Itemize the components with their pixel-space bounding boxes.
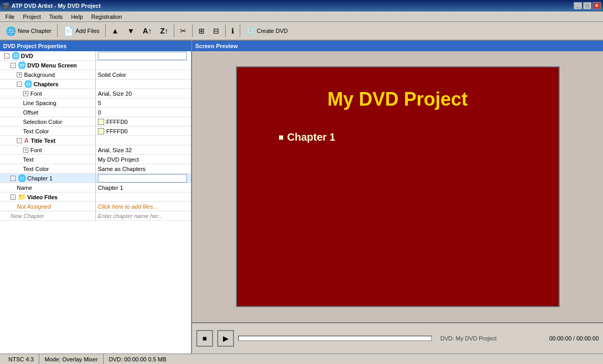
toolbar-sep-5 — [225, 25, 226, 37]
expand-title-font[interactable]: + — [23, 147, 28, 153]
tree-row-title-font[interactable]: + Font Arial, Size 32 — [0, 145, 191, 155]
add-files-icon: 📄 — [63, 26, 74, 36]
cut-button[interactable]: ✂ — [176, 24, 190, 38]
video-files-icon: 📁 — [18, 193, 26, 201]
toolbar-sep-4 — [192, 25, 193, 37]
title-font-value: Arial, Size 32 — [98, 147, 132, 153]
tree-cell-chapters-font-right: Arial, Size 20 — [96, 89, 191, 98]
tree-row-selection-color[interactable]: Selection Color FFFFD0 — [0, 117, 191, 127]
menu-file[interactable]: File — [1, 13, 19, 21]
info-button[interactable]: ℹ — [228, 24, 238, 38]
panel-header-label: DVD Project Properties — [3, 43, 66, 49]
toolbar-sep-2 — [105, 25, 106, 37]
text-color-swatch — [98, 128, 104, 134]
outdent-button[interactable]: ⊟ — [209, 24, 223, 38]
tree-cell-na-right[interactable]: Click here to add files... — [96, 202, 191, 211]
status-ntsc: NTSC 4:3 — [3, 354, 39, 364]
indent-icon: ⊞ — [198, 27, 205, 35]
move-down-icon: ▼ — [127, 27, 135, 35]
move-up-button[interactable]: ▲ — [108, 24, 122, 38]
tree-row-chapters[interactable]: - 🌐 Chapters — [0, 79, 191, 89]
indent-button[interactable]: ⊞ — [195, 24, 208, 38]
move-down-button[interactable]: ▼ — [124, 24, 138, 38]
tree-cell-dvd-left: - 🌐 DVD — [0, 51, 96, 60]
tree-row-not-assigned[interactable]: Not Assigned Click here to add files... — [0, 202, 191, 211]
title-text-label: Title Text — [31, 138, 55, 144]
expand-video-files[interactable]: - — [10, 195, 16, 200]
tree-row-new-chapter[interactable]: New Chapter Enter chapter name her... — [0, 211, 191, 221]
close-button[interactable]: ✕ — [593, 2, 601, 9]
minimize-button[interactable]: _ — [574, 2, 582, 9]
time-display: 00:00:00 / 00:00:00 — [549, 335, 599, 342]
expand-background[interactable]: + — [17, 72, 22, 77]
maximize-button[interactable]: □ — [583, 2, 591, 9]
expand-dvd[interactable]: - — [4, 53, 9, 59]
add-files-button[interactable]: 📄 Add Files — [60, 24, 103, 38]
create-dvd-button[interactable]: 💿 Create DVD — [242, 24, 291, 38]
title-text-color-value: Same as Chapters — [98, 166, 146, 172]
tree-row-name[interactable]: Name Chapter 1 — [0, 183, 191, 192]
move-up-icon: ▲ — [111, 27, 119, 35]
tree-cell-name-right: Chapter 1 — [96, 183, 191, 192]
tree-row-offset[interactable]: Offset 0 — [0, 108, 191, 117]
window-title: ATP DVD Artist - My DVD Project — [12, 3, 100, 9]
tree-cell-tf-right: Arial, Size 32 — [96, 145, 191, 154]
tree-row-text-color[interactable]: Text Color FFFFD0 — [0, 127, 191, 136]
tree-row-dvd-menu[interactable]: - 🌐 DVD Menu Screen — [0, 61, 191, 70]
background-label: Background — [24, 72, 55, 78]
expand-chapters[interactable]: - — [17, 82, 22, 87]
tree-row-video-files[interactable]: - 📁 Video Files — [0, 192, 191, 202]
new-chapter-button[interactable]: 🌐 New Chapter — [2, 24, 55, 38]
tree-cell-offset-left: Offset — [0, 108, 96, 117]
props-table[interactable]: - 🌐 DVD - 🌐 DVD Menu Screen — [0, 51, 191, 354]
status-mode: Mode: Overlay Mixer — [39, 354, 103, 364]
new-chapter-placeholder-label: New Chapter — [10, 213, 44, 219]
tree-cell-tt-right — [96, 136, 191, 145]
menu-tools[interactable]: Tools — [45, 13, 67, 21]
dvd-project-title: My DVD Project — [269, 88, 527, 110]
chapter-list: Chapter 1 — [269, 131, 336, 143]
text-color-label: Text Color — [23, 128, 49, 134]
menu-registration[interactable]: Registration — [87, 13, 126, 21]
play-icon: ▶ — [223, 334, 229, 343]
menu-help[interactable]: Help — [67, 13, 87, 21]
tree-row-chapter1[interactable]: - 🌐 Chapter 1 — [0, 174, 191, 183]
toolbar-sep-6 — [240, 25, 240, 37]
progress-bar[interactable] — [238, 336, 432, 341]
expand-chapters-font[interactable]: + — [23, 91, 28, 96]
mode-label: Mode: Overlay Mixer — [44, 356, 97, 362]
sort-az-button[interactable]: A↑ — [139, 24, 155, 38]
tree-row-chapters-font[interactable]: + Font Arial, Size 20 — [0, 89, 191, 98]
line-spacing-value: 5 — [98, 100, 101, 106]
tree-row-background[interactable]: + Background Solid Color — [0, 70, 191, 79]
toolbar: 🌐 New Chapter 📄 Add Files ▲ ▼ A↑ Z↑ ✂ ⊞ … — [0, 22, 603, 41]
title-text-icon: A — [24, 137, 29, 144]
tree-cell-nc-right[interactable]: Enter chapter name her... — [96, 211, 191, 220]
tree-row-dvd[interactable]: - 🌐 DVD — [0, 51, 191, 61]
tree-cell-text-left: Text — [0, 155, 96, 164]
new-chapter-placeholder-value: Enter chapter name her... — [98, 213, 163, 219]
selection-color-value: FFFFD0 — [106, 119, 128, 125]
play-button[interactable]: ▶ — [217, 330, 234, 347]
tree-cell-sc-right: FFFFD0 — [96, 117, 191, 126]
dvd-screen: My DVD Project Chapter 1 — [236, 66, 560, 307]
dvd-name-input[interactable] — [98, 52, 187, 60]
expand-title-text[interactable]: - — [17, 138, 22, 143]
add-files-link[interactable]: Click here to add files... — [98, 203, 158, 210]
expand-chapter1[interactable]: - — [10, 176, 16, 181]
tree-cell-ls-left: Line Spacing — [0, 98, 96, 107]
expand-dvd-menu[interactable]: - — [10, 63, 16, 68]
tree-cell-ttc-right: Same as Chapters — [96, 164, 191, 173]
title-bar-left: 🎬 ATP DVD Artist - My DVD Project — [2, 3, 100, 9]
sort-za-button[interactable]: Z↑ — [157, 24, 172, 38]
tree-row-title-text-color[interactable]: Text Color Same as Chapters — [0, 164, 191, 174]
app-icon: 🎬 — [2, 3, 9, 9]
menu-project[interactable]: Project — [19, 13, 45, 21]
tree-row-text[interactable]: Text My DVD Project — [0, 155, 191, 164]
title-font-label: Font — [30, 147, 42, 153]
tree-cell-vf-right — [96, 192, 191, 201]
stop-button[interactable]: ■ — [196, 330, 213, 347]
tree-row-title-text[interactable]: - A Title Text — [0, 136, 191, 145]
tree-row-line-spacing[interactable]: Line Spacing 5 — [0, 98, 191, 108]
chapter1-name-input[interactable] — [98, 174, 187, 183]
